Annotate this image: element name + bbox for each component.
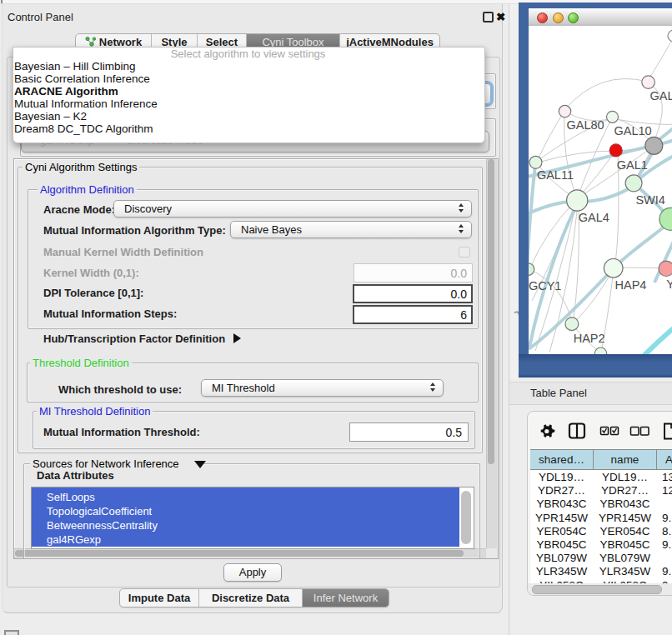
svg-text:GAL10: GAL10 xyxy=(614,124,652,138)
svg-text:SWI4: SWI4 xyxy=(635,193,664,207)
svg-text:GAL11: GAL11 xyxy=(537,168,574,182)
svg-text:GAL: GAL xyxy=(650,89,672,102)
svg-text:HAP2: HAP2 xyxy=(574,332,605,345)
svg-text:Y: Y xyxy=(666,278,672,291)
svg-text:GAL1: GAL1 xyxy=(617,158,648,172)
svg-text:GAL4: GAL4 xyxy=(579,211,609,224)
svg-text:HAP4: HAP4 xyxy=(615,278,647,292)
svg-text:GAL80: GAL80 xyxy=(567,118,604,132)
svg-text:GCY1: GCY1 xyxy=(529,279,561,292)
